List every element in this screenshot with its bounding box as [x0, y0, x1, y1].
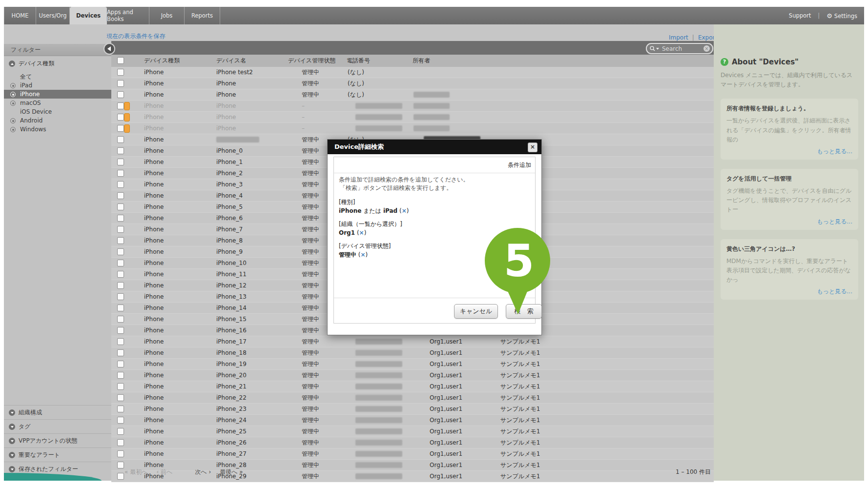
row-checkbox[interactable] [117, 394, 124, 401]
tab-apps-and-books[interactable]: Apps and Books [107, 7, 149, 24]
radio-icon [10, 127, 16, 132]
tab-jobs[interactable]: Jobs [149, 7, 185, 24]
cell-device-name: iPhone test2 [216, 67, 253, 78]
cell-device-name: iPhone [216, 123, 236, 134]
tab-devices[interactable]: Devices [70, 7, 107, 24]
more-link[interactable]: もっと見る... [726, 147, 852, 156]
sidebar-section-item[interactable]: 組織構成 [4, 405, 111, 419]
row-checkbox[interactable] [117, 136, 124, 143]
page-next-link[interactable]: 次へ › [195, 468, 211, 476]
remove-condition-icon[interactable]: × [359, 229, 364, 236]
search-input[interactable] [661, 45, 703, 53]
sidebar-item-windows[interactable]: Windows [4, 125, 111, 134]
row-checkbox[interactable] [117, 80, 124, 87]
search-clear-icon[interactable]: × [703, 45, 710, 52]
sidebar-section-device-type[interactable]: デバイス種類 [4, 58, 111, 69]
row-checkbox[interactable] [117, 102, 124, 109]
import-link[interactable]: Import [669, 34, 688, 41]
row-checkbox[interactable] [117, 450, 124, 457]
cell-management-status: 管理中 [302, 347, 319, 358]
row-checkbox[interactable] [117, 305, 124, 311]
column-header-item[interactable]: デバイス種類 [144, 55, 180, 67]
cell-device-name: iPhone [216, 112, 236, 122]
row-checkbox[interactable] [117, 215, 124, 222]
page-prev-link[interactable]: ‹ 前へ [156, 468, 172, 476]
page-last-link[interactable]: 最後へ » [220, 468, 243, 476]
cell-management-status: 管理中 [302, 280, 319, 291]
row-checkbox[interactable] [117, 147, 124, 154]
row-checkbox[interactable] [117, 203, 124, 210]
search-field[interactable]: × [646, 43, 713, 54]
row-checkbox[interactable] [117, 293, 124, 300]
row-checkbox[interactable] [117, 237, 124, 244]
modal-instruction-1: 条件追加で詳細検索の条件を追加してください。 [339, 176, 529, 184]
row-checkbox[interactable] [117, 69, 124, 76]
row-checkbox[interactable] [117, 406, 124, 412]
tab-home[interactable]: HOME [4, 7, 36, 24]
column-header-item[interactable]: デバイス管理状態 [288, 55, 335, 67]
cell-device-name: iPhone_10 [216, 258, 247, 268]
remove-condition-icon[interactable]: × [361, 251, 366, 258]
row-checkbox[interactable] [117, 428, 124, 435]
add-condition-button[interactable]: 条件追加 [508, 161, 531, 169]
row-checkbox[interactable] [117, 192, 124, 199]
search-scope-caret-icon[interactable] [656, 48, 659, 50]
column-header-item[interactable]: 電話番号 [347, 55, 370, 67]
more-link[interactable]: もっと見る... [726, 218, 852, 226]
save-current-view-link[interactable]: 現在の表示条件を保存 [106, 32, 165, 41]
cell-management-status: 管理中 [302, 89, 319, 100]
sidebar-collapse-button[interactable] [103, 43, 115, 55]
tab-users-org[interactable]: Users/Org [36, 7, 70, 24]
page-first-link[interactable]: « 最初へ [124, 468, 147, 476]
tab-reports[interactable]: Reports [185, 7, 220, 24]
cell-device-type: iPhone [144, 123, 164, 134]
remove-condition-icon[interactable]: × [402, 207, 407, 214]
row-checkbox[interactable] [117, 417, 124, 424]
sidebar-section-item[interactable]: タグ [4, 419, 111, 433]
row-checkbox[interactable] [117, 338, 124, 345]
remove-condition-button[interactable]: (×) [356, 251, 368, 258]
row-checkbox[interactable] [117, 91, 124, 98]
close-icon[interactable]: × [528, 142, 537, 152]
row-checkbox[interactable] [117, 248, 124, 255]
row-checkbox[interactable] [117, 181, 124, 188]
row-checkbox[interactable] [117, 361, 124, 367]
select-all-checkbox[interactable] [117, 57, 124, 64]
sidebar-item-ios-device[interactable]: iOS Device [4, 107, 111, 116]
cell-management-status: 管理中 [302, 157, 319, 167]
more-link[interactable]: もっと見る... [726, 287, 852, 296]
sidebar-item-iphone[interactable]: iPhone [4, 90, 111, 99]
import-export-divider: | [692, 34, 694, 41]
row-checkbox[interactable] [117, 125, 124, 132]
cell-device-type: iPhone [144, 336, 164, 347]
redacted-phone-number [355, 339, 402, 345]
column-header-item[interactable]: デバイス名 [216, 55, 246, 67]
remove-condition-button[interactable]: (×) [397, 207, 409, 214]
row-checkbox[interactable] [117, 260, 124, 266]
row-checkbox[interactable] [117, 159, 124, 165]
settings-button[interactable]: ⚙Settings [827, 12, 857, 20]
row-checkbox[interactable] [117, 383, 124, 390]
support-link[interactable]: Support [789, 12, 811, 19]
sidebar-item-item[interactable]: 全て [4, 72, 111, 81]
row-checkbox[interactable] [117, 226, 124, 233]
sidebar-section-vpp[interactable]: VPPアカウントの状態 [4, 433, 111, 447]
remove-condition-button[interactable]: (×) [355, 229, 366, 236]
sidebar-section-item[interactable]: 重要なアラート [4, 447, 111, 462]
row-checkbox[interactable] [117, 114, 124, 121]
redacted-phone-number [355, 350, 402, 356]
column-header-item[interactable]: 所有者 [413, 55, 430, 67]
row-checkbox[interactable] [117, 282, 124, 289]
row-checkbox[interactable] [117, 439, 124, 446]
help-intro: Devices メニューでは、組織内で利用しているスマートデバイスを管理します。 [721, 71, 858, 89]
cell-device-type: iPhone [144, 202, 164, 212]
sidebar-item-macos[interactable]: macOS [4, 99, 111, 107]
sidebar-item-ipad[interactable]: iPad [4, 81, 111, 90]
row-checkbox[interactable] [117, 372, 124, 379]
sidebar-item-android[interactable]: Android [4, 116, 111, 125]
row-checkbox[interactable] [117, 271, 124, 278]
row-checkbox[interactable] [117, 327, 124, 334]
row-checkbox[interactable] [117, 349, 124, 356]
row-checkbox[interactable] [117, 316, 124, 323]
row-checkbox[interactable] [117, 170, 124, 177]
